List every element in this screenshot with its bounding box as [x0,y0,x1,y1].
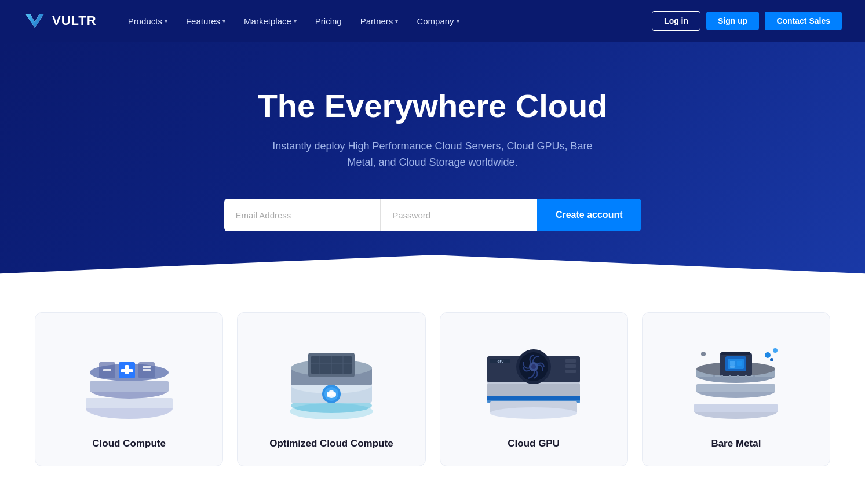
svg-rect-72 [745,375,747,381]
cloud-compute-illustration [65,324,193,429]
svg-rect-36 [487,396,580,400]
card-cloud-compute[interactable]: Cloud Compute [35,312,223,466]
svg-rect-5 [90,381,169,392]
svg-point-65 [773,348,778,353]
svg-rect-46 [565,370,576,373]
password-input[interactable] [380,199,537,231]
svg-rect-73 [753,375,755,381]
svg-rect-70 [729,375,731,381]
svg-point-66 [770,358,773,361]
svg-point-67 [701,352,706,356]
svg-point-64 [765,352,771,358]
card-cloud-gpu[interactable]: GPU Cloud GPU [440,312,628,466]
nav-item-marketplace[interactable]: Marketplace ▾ [236,12,305,31]
svg-rect-62 [737,361,742,366]
svg-point-49 [490,407,577,419]
nav-actions: Log in Sign up Contact Sales [652,11,842,31]
svg-rect-58 [721,352,750,355]
nav-item-features[interactable]: Features ▾ [178,12,233,31]
svg-rect-13 [103,369,111,371]
nav-item-products[interactable]: Products ▾ [120,12,176,31]
chevron-down-icon: ▾ [457,18,459,24]
svg-rect-15 [143,366,151,368]
navbar: VULTR Products ▾ Features ▾ Marketplace … [0,0,865,42]
svg-rect-63 [730,366,735,368]
svg-point-33 [329,390,334,395]
bare-metal-illustration [672,324,800,429]
chevron-down-icon: ▾ [395,18,398,24]
product-cards-section: Cloud Compute [0,301,865,490]
svg-rect-61 [730,361,735,366]
nav-item-partners[interactable]: Partners ▾ [352,12,407,31]
chevron-down-icon: ▾ [222,18,225,24]
email-input[interactable] [224,199,381,231]
card-bare-metal[interactable]: Bare Metal [642,312,830,466]
logo-link[interactable]: VULTR [23,9,97,32]
svg-text:GPU: GPU [498,360,504,363]
vultr-logo-icon [23,9,46,32]
create-account-button[interactable]: Create account [537,199,641,231]
svg-marker-1 [25,14,44,28]
card-optimized-cloud-compute-title: Optimized Cloud Compute [269,438,393,450]
chevron-down-icon: ▾ [294,18,297,24]
login-button[interactable]: Log in [652,11,700,31]
svg-rect-3 [86,398,173,408]
svg-rect-14 [143,369,151,371]
hero-subtitle: Instantly deploy High Performance Cloud … [265,138,601,171]
card-bare-metal-title: Bare Metal [711,438,761,450]
nav-item-company[interactable]: Company ▾ [408,12,467,31]
hero-title: The Everywhere Cloud [12,88,853,124]
svg-rect-51 [694,404,778,412]
svg-rect-44 [565,359,576,363]
logo-text: VULTR [52,13,97,28]
card-cloud-compute-title: Cloud Compute [92,438,166,450]
cloud-gpu-illustration: GPU [470,324,597,429]
hero-section: The Everywhere Cloud Instantly deploy Hi… [0,42,865,301]
card-cloud-gpu-title: Cloud GPU [508,438,560,450]
hero-form: Create account [224,199,641,231]
svg-rect-12 [121,369,133,372]
chevron-down-icon: ▾ [165,18,167,24]
optimized-cloud-compute-illustration [268,324,395,429]
nav-item-pricing[interactable]: Pricing [307,12,350,31]
svg-rect-45 [565,364,576,368]
nav-links: Products ▾ Features ▾ Marketplace ▾ Pric… [120,12,652,31]
svg-rect-53 [696,384,775,392]
signup-button[interactable]: Sign up [706,12,759,30]
svg-rect-68 [713,375,715,381]
svg-point-41 [531,364,536,369]
card-optimized-cloud-compute[interactable]: Optimized Cloud Compute [237,312,425,466]
svg-rect-71 [737,375,739,381]
svg-rect-69 [721,375,723,381]
contact-sales-button[interactable]: Contact Sales [765,12,842,30]
